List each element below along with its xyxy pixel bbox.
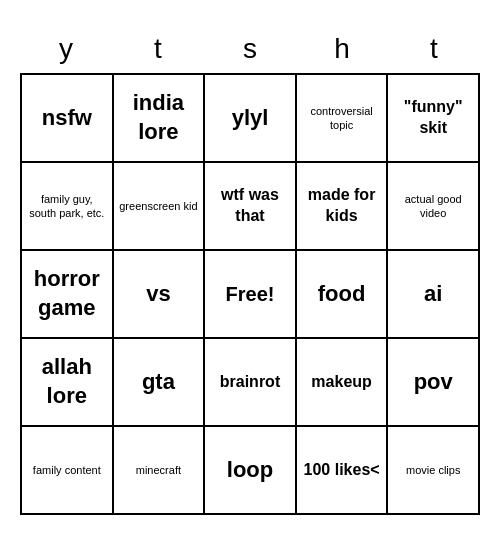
bingo-card: ytsht nsfwindia loreylylcontroversial to… (10, 19, 490, 525)
cell-0-0: nsfw (22, 75, 114, 163)
cell-3-1: gta (114, 339, 206, 427)
cell-0-1: india lore (114, 75, 206, 163)
cell-1-3: made for kids (297, 163, 389, 251)
cell-3-3: makeup (297, 339, 389, 427)
cell-0-3: controversial topic (297, 75, 389, 163)
header-col-3: h (296, 29, 388, 69)
cell-1-2: wtf was that (205, 163, 297, 251)
cell-1-4: actual good video (388, 163, 480, 251)
cell-4-3: 100 likes< (297, 427, 389, 515)
cell-3-2: brainrot (205, 339, 297, 427)
cell-4-2: loop (205, 427, 297, 515)
header-col-4: t (388, 29, 480, 69)
cell-1-0: family guy, south park, etc. (22, 163, 114, 251)
header-col-0: y (20, 29, 112, 69)
header-col-2: s (204, 29, 296, 69)
bingo-header: ytsht (20, 29, 480, 69)
cell-2-3: food (297, 251, 389, 339)
cell-0-2: ylyl (205, 75, 297, 163)
cell-2-1: vs (114, 251, 206, 339)
cell-2-0: horror game (22, 251, 114, 339)
cell-0-4: "funny" skit (388, 75, 480, 163)
cell-2-4: ai (388, 251, 480, 339)
cell-3-0: allah lore (22, 339, 114, 427)
cell-4-0: family content (22, 427, 114, 515)
header-col-1: t (112, 29, 204, 69)
cell-4-1: minecraft (114, 427, 206, 515)
cell-1-1: greenscreen kid (114, 163, 206, 251)
bingo-grid: nsfwindia loreylylcontroversial topic"fu… (20, 73, 480, 515)
cell-2-2: Free! (205, 251, 297, 339)
cell-4-4: movie clips (388, 427, 480, 515)
cell-3-4: pov (388, 339, 480, 427)
